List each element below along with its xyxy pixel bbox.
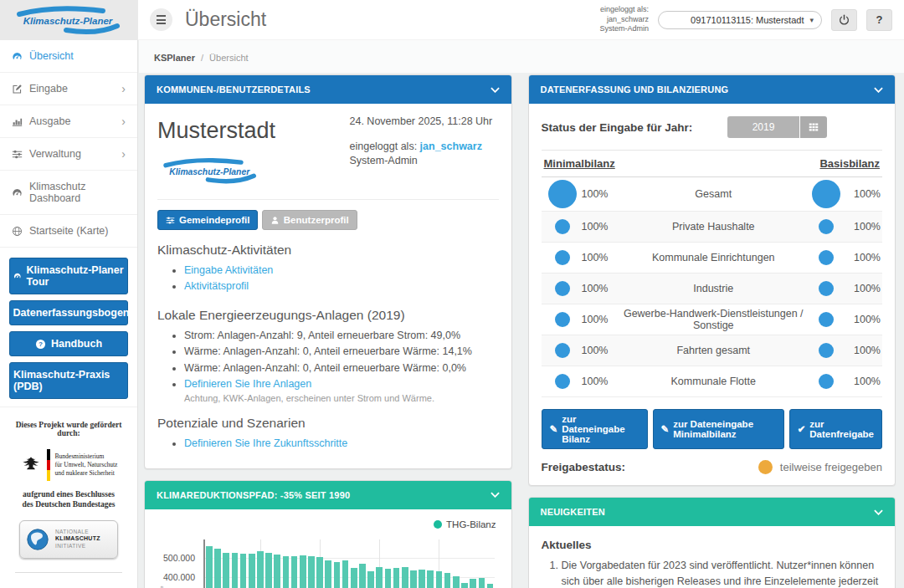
breadcrumb-root[interactable]: KSPlaner (154, 53, 195, 63)
tour-button[interactable]: Klimaschutz-Planer Tour (9, 258, 128, 294)
completion-dot-icon (555, 374, 570, 389)
eingabe-aktivitaeten-link[interactable]: Eingabe Aktivitäten (184, 264, 273, 276)
neuigkeiten-card: NEUIGKEITEN Aktuelles Die Vorgabedaten f… (528, 497, 896, 588)
logged-in-as: eingeloggt als: jan_schwarz System-Admin (350, 140, 499, 168)
user-role: System-Admin (350, 154, 499, 168)
sidebar-item-uebersicht[interactable]: Übersicht (0, 40, 137, 73)
zukunftsschritte-link[interactable]: Definieren Sie Ihre Zukunftsschritte (184, 437, 347, 449)
pencil-icon: ✎ (550, 423, 558, 435)
sidebar-item-ausgabe[interactable]: Ausgabe › (0, 105, 137, 138)
klimareduktionspfad-card: KLIMAREDUKTIONSPFAD: -35% SEIT 1990 THG-… (144, 480, 512, 588)
news-item: Die Vorgabedaten für 2023 sind veröffent… (562, 558, 883, 588)
chevron-down-icon[interactable] (874, 509, 883, 515)
municipality-select[interactable]: 091710113115: Musterstadt ▾ (658, 11, 822, 29)
freigabe-status: teilweise freigegeben (758, 460, 882, 474)
nki-globe-icon (25, 527, 50, 552)
news-card-header[interactable]: NEUIGKEITEN (529, 498, 896, 526)
thg-bar (223, 553, 229, 588)
handbuch-button[interactable]: ? Handbuch (9, 331, 128, 356)
app-logo[interactable]: Klimaschutz-Planer (0, 0, 138, 40)
gauge-icon (12, 187, 23, 198)
username-link[interactable]: jan_schwarz (420, 141, 482, 152)
funding-intro: Dieses Projekt wurde gefördert durch: (8, 421, 129, 437)
chevron-right-icon: › (121, 148, 126, 160)
thg-bar (359, 564, 366, 588)
potentials-heading: Potenziale und Szenarien (157, 416, 499, 431)
chart-card-header[interactable]: KLIMAREDUKTIONSPFAD: -35% SEIT 1990 (145, 481, 511, 509)
news-list: Die Vorgabedaten für 2023 sind veröffent… (542, 558, 883, 588)
thg-bar (453, 576, 460, 588)
klimaschutz-praxis-button[interactable]: Klimaschutz-Praxis (PDB) (9, 362, 128, 399)
completion-dot-icon (819, 312, 834, 327)
datenerfassungsbogen-button[interactable]: Datenerfassungsbogen (9, 300, 128, 325)
chart-plot-area (203, 539, 495, 588)
thg-bar (436, 571, 443, 588)
thg-bar (351, 568, 357, 588)
thg-bar (410, 570, 417, 588)
sector-label: Kommunale Einrichtungen (620, 252, 808, 263)
thg-bilanz-chart: t CO2e 0100.000200.000300.000400.000500.… (157, 539, 501, 588)
completion-dot-icon (812, 180, 840, 208)
details-card-header[interactable]: KOMMUNEN-/BENUTZERDETAILS (145, 75, 511, 104)
pencil-icon: ✎ (661, 423, 670, 435)
chevron-down-icon[interactable] (491, 492, 500, 498)
sidebar-item-startseite-karte[interactable]: Startseite (Karte) (0, 215, 137, 248)
thg-bar (308, 556, 315, 588)
globe-icon (12, 226, 23, 237)
logout-button[interactable] (831, 9, 857, 31)
year-input[interactable]: 2019 (727, 116, 799, 138)
thg-bar (444, 573, 451, 588)
minimalbilanz-header[interactable]: Minimalbilanz (544, 157, 615, 170)
completion-dot-icon (555, 250, 570, 265)
chevron-down-icon[interactable] (874, 87, 883, 93)
legend-dot-icon (434, 520, 442, 529)
minimal-percent: 100% (582, 221, 620, 233)
year-picker-button[interactable] (800, 116, 827, 138)
balance-table-row: 100%Industrie100% (542, 274, 883, 304)
login-info: eingeloggt als: jan_schwarz System-Admin (599, 5, 649, 34)
thg-bar (393, 568, 400, 588)
datenfreigabe-button[interactable]: ✔ zur Datenfreigabe (789, 409, 882, 449)
aktivitaetsprofil-link[interactable]: Aktivitätsprofil (184, 280, 249, 292)
funding-section: Dieses Projekt wurde gefördert durch: Bu… (0, 407, 137, 573)
thg-bar (461, 583, 468, 588)
pencil-square-icon (12, 84, 23, 95)
status-dot-orange-icon (758, 460, 773, 474)
sector-label: Gewerbe-Handwerk-Dienstleistungen / Sons… (620, 308, 808, 331)
sidebar-item-verwaltung[interactable]: Verwaltung › (0, 138, 137, 171)
minimal-percent: 100% (582, 314, 620, 325)
benutzerprofil-button[interactable]: Benutzerprofil (262, 210, 357, 230)
dateneingabe-bilanz-button[interactable]: ✎ zur Dateneingabe Bilanz (542, 409, 648, 449)
breadcrumb-current: Übersicht (209, 53, 248, 63)
aktuelles-heading: Aktuelles (542, 539, 883, 551)
sidebar-item-eingabe[interactable]: Eingabe › (0, 73, 137, 105)
sidebar-item-klimaschutz-dashboard[interactable]: Klimaschutz Dashboard (0, 171, 137, 215)
thg-bar (206, 546, 213, 588)
klimaschutz-planer-logo-icon: Klimaschutz-Planer (11, 3, 128, 37)
minimal-percent: 100% (582, 376, 620, 387)
basis-percent: 100% (845, 252, 881, 263)
current-datetime: 24. November 2025, 11:28 Uhr (350, 115, 499, 129)
chart-y-ticks: 0100.000200.000300.000400.000500.000 (157, 539, 198, 588)
basisbilanz-header[interactable]: Basisbilanz (819, 157, 880, 170)
basis-percent: 100% (845, 188, 881, 200)
hamburger-menu-icon[interactable] (150, 8, 172, 31)
dateneingabe-minimalbilanz-button[interactable]: ✎ zur Dateneingabe Minimalbilanz (653, 409, 784, 449)
minimal-percent: 100% (582, 345, 620, 356)
completion-dot-icon (819, 250, 834, 265)
sliders-icon (12, 149, 23, 160)
balance-card-header[interactable]: DATENERFASSUNG UND BILANZIERUNG (529, 75, 896, 104)
thg-bar (249, 554, 255, 588)
freigabestatus-label: Freigabestatus: (542, 461, 626, 473)
definieren-anlagen-link[interactable]: Definieren Sie Ihre Anlagen (184, 378, 311, 390)
balance-table-row: 100%Fahrten gesamt100% (542, 335, 883, 366)
gauge-icon (13, 271, 22, 281)
gemeindeprofil-button[interactable]: Gemeindeprofil (157, 210, 258, 230)
basis-percent: 100% (845, 283, 881, 294)
sector-label: Private Haushalte (620, 221, 808, 233)
help-button[interactable]: ? (866, 9, 892, 31)
chevron-down-icon[interactable] (491, 87, 500, 93)
german-flag-bar (47, 449, 50, 481)
thg-bar (342, 560, 349, 588)
thg-bar (265, 553, 272, 588)
